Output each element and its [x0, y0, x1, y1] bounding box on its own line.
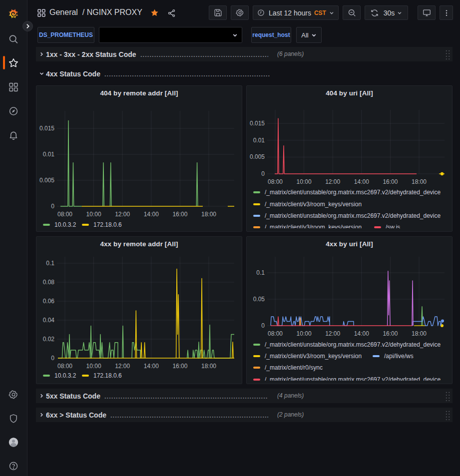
svg-text:10:00: 10:00 — [297, 330, 312, 337]
svg-text:0.02: 0.02 — [43, 336, 55, 343]
svg-text:10:00: 10:00 — [86, 363, 101, 370]
svg-text:0.015: 0.015 — [250, 120, 265, 127]
svg-text:0.01: 0.01 — [43, 151, 55, 158]
svg-text:14:00: 14:00 — [354, 178, 369, 185]
svg-text:12:00: 12:00 — [115, 211, 130, 218]
svg-text:0: 0 — [261, 170, 265, 177]
svg-text:0: 0 — [51, 203, 54, 210]
svg-text:0.06: 0.06 — [43, 298, 55, 305]
svg-text:18:00: 18:00 — [412, 330, 427, 337]
svg-text:08:00: 08:00 — [57, 211, 72, 218]
svg-text:08:00: 08:00 — [268, 178, 283, 185]
svg-text:0.04: 0.04 — [43, 317, 55, 324]
svg-text:14:00: 14:00 — [354, 330, 369, 337]
svg-text:12:00: 12:00 — [115, 363, 130, 370]
svg-text:12:00: 12:00 — [325, 178, 340, 185]
svg-text:08:00: 08:00 — [57, 363, 72, 370]
svg-text:16:00: 16:00 — [383, 178, 398, 185]
svg-text:10:00: 10:00 — [86, 211, 101, 218]
svg-text:14:00: 14:00 — [144, 363, 159, 370]
svg-text:14:00: 14:00 — [144, 211, 159, 218]
svg-text:0.05: 0.05 — [253, 296, 265, 303]
svg-text:18:00: 18:00 — [201, 211, 216, 218]
svg-text:0.005: 0.005 — [250, 153, 265, 160]
svg-text:16:00: 16:00 — [383, 330, 398, 337]
svg-text:08:00: 08:00 — [268, 330, 283, 337]
svg-text:16:00: 16:00 — [172, 211, 187, 218]
svg-text:0.01: 0.01 — [253, 137, 265, 144]
svg-text:18:00: 18:00 — [201, 363, 216, 370]
svg-text:18:00: 18:00 — [412, 178, 427, 185]
svg-text:0.08: 0.08 — [43, 279, 55, 286]
svg-text:0.005: 0.005 — [39, 177, 54, 184]
svg-text:0: 0 — [51, 355, 54, 362]
svg-text:16:00: 16:00 — [172, 363, 187, 370]
svg-text:0: 0 — [261, 322, 265, 329]
svg-text:0.1: 0.1 — [256, 269, 265, 276]
svg-text:12:00: 12:00 — [325, 330, 340, 337]
svg-text:0.015: 0.015 — [39, 125, 54, 132]
svg-text:10:00: 10:00 — [297, 178, 312, 185]
svg-text:0.1: 0.1 — [46, 260, 54, 267]
